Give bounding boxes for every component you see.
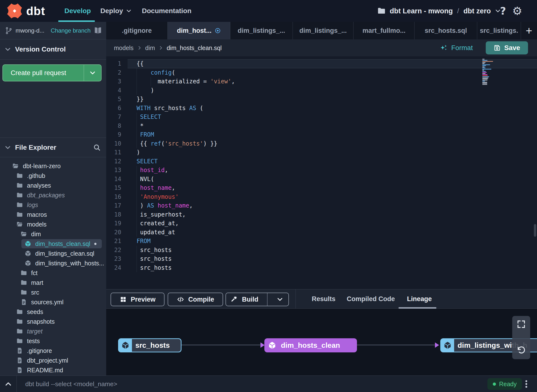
tree-item-readme.md[interactable]: README.md (0, 365, 106, 375)
code-line-8[interactable]: 8 * (106, 122, 537, 131)
editor-tab-2[interactable]: dim_host... (168, 22, 230, 39)
compile-code-icon (177, 296, 184, 303)
tree-item-dim-hosts-clean.sql[interactable]: dim_hosts_clean.sql (0, 239, 106, 249)
tree-item-target[interactable]: target (0, 326, 106, 336)
save-button[interactable]: Save (486, 41, 528, 54)
tree-item-mart[interactable]: mart (0, 278, 106, 287)
tree-item-dim-listings-with-hosts...[interactable]: dim_listings_with_hosts... (0, 258, 106, 268)
breadcrumb-dim[interactable]: dim (145, 44, 155, 52)
editor-tab-1[interactable]: .gitignore (106, 22, 168, 39)
nav-documentation[interactable]: Documentation (142, 0, 191, 22)
command-input[interactable]: dbt build --select <model_name> (25, 376, 117, 392)
tab-label: dim_host... (177, 27, 212, 35)
tree-item-src[interactable]: src (0, 287, 106, 297)
code-line-2[interactable]: 2 config( (106, 68, 537, 77)
code-line-5[interactable]: 5}} (106, 95, 537, 104)
dbt-logo-icon[interactable] (7, 3, 22, 19)
tree-item-dbt-project.yml[interactable]: dbt_project.yml (0, 356, 106, 365)
tab-lineage[interactable]: Lineage (407, 289, 432, 309)
tab-results[interactable]: Results (312, 289, 336, 309)
change-branch-link[interactable]: Change branch (51, 27, 91, 34)
lineage-node-dim_hosts_clean[interactable]: dim_hosts_clean (264, 338, 357, 352)
code-line-7[interactable]: 7 SELECT (106, 113, 537, 122)
tree-item-dbt-packages[interactable]: dbt_packages (0, 190, 106, 200)
create-pull-request-button[interactable]: Create pull request (2, 64, 102, 81)
search-icon[interactable] (93, 144, 101, 151)
editor-scrollbar[interactable] (534, 224, 536, 237)
code-line-12[interactable]: 12SELECT (106, 157, 537, 166)
nav-deploy[interactable]: Deploy (100, 0, 132, 22)
tree-item-dim-listings-clean.sql[interactable]: dim_listings_clean.sql (0, 249, 106, 258)
tree-item-sources.yml[interactable]: sources.yml (0, 297, 106, 307)
code-line-16[interactable]: 16 'Anonymous' (106, 192, 537, 201)
tree-item-snapshots[interactable]: snapshots (0, 317, 106, 326)
tree-item-dim[interactable]: dim (0, 229, 106, 239)
status-dot-icon (493, 383, 496, 386)
build-button[interactable]: Build (226, 293, 263, 306)
tree-item-fct[interactable]: fct (0, 268, 106, 278)
docs-book-icon[interactable] (94, 26, 102, 35)
breadcrumb-models[interactable]: models (114, 44, 134, 52)
code-line-4[interactable]: 4 ) (106, 86, 537, 95)
lineage-node-src_hosts[interactable]: src_hosts (118, 338, 182, 352)
minimap-line (482, 72, 487, 73)
project-switcher[interactable]: dbt Learn - mwong / dbt zero (377, 0, 501, 22)
tree-item-tests[interactable]: tests (0, 336, 106, 346)
code-line-19[interactable]: 19 created_at, (106, 219, 537, 228)
tree-item-macros[interactable]: macros (0, 210, 106, 219)
code-editor[interactable]: 1{{2 config(3 materialized = 'view',4 )5… (106, 56, 537, 289)
code-line-21[interactable]: 21FROM (106, 237, 537, 246)
minimap-line (482, 68, 485, 68)
line-number: 5 (106, 96, 128, 103)
undo-history-icon[interactable] (516, 345, 526, 355)
version-control-header[interactable]: Version Control (0, 39, 106, 60)
editor-tab-5[interactable]: mart_fullmo... (354, 22, 415, 39)
tree-item-models[interactable]: models (0, 219, 106, 229)
format-button[interactable]: Format (440, 39, 473, 56)
build-dropdown-caret[interactable] (271, 293, 288, 306)
code-line-13[interactable]: 13 host_id, (106, 166, 537, 175)
code-line-10[interactable]: 10 {{ ref('src_hosts') }} (106, 139, 537, 148)
line-number: 21 (106, 238, 128, 244)
tree-item-.github[interactable]: .github (0, 171, 106, 181)
tab-compiled-code[interactable]: Compiled Code (347, 289, 395, 309)
help-button[interactable]: ? (500, 0, 506, 22)
editor-tab-4[interactable]: dim_listings_... (293, 22, 354, 39)
code-line-6[interactable]: 6WITH src_hosts AS ( (106, 104, 537, 113)
tree-item-dbt-learn-zero[interactable]: dbt-learn-zero (0, 161, 106, 171)
tree-item-logs[interactable]: logs (0, 200, 106, 210)
pr-dropdown-caret[interactable] (84, 70, 101, 76)
editor-tab-3[interactable]: dim_listings_... (230, 22, 293, 39)
code-line-17[interactable]: 17 ) AS host_name, (106, 201, 537, 210)
code-line-15[interactable]: 15 host_name, (106, 183, 537, 192)
new-tab-button[interactable]: + (521, 22, 537, 39)
file-explorer-header[interactable]: File Explorer (0, 138, 106, 157)
fullscreen-expand-icon[interactable] (516, 319, 526, 329)
code-line-24[interactable]: 24 src_hosts (106, 263, 537, 272)
editor-minimap[interactable] (482, 59, 497, 85)
code-line-18[interactable]: 18 is_superhost, (106, 210, 537, 219)
code-line-3[interactable]: 3 materialized = 'view', (106, 77, 537, 86)
editor-tab-7[interactable]: src_listings. (477, 22, 521, 39)
code-line-1[interactable]: 1{{ (106, 59, 537, 68)
lineage-graph[interactable]: src_hostsdim_hosts_cleandim_listings_wit… (106, 309, 537, 375)
settings-gear-icon[interactable]: ⚙ (512, 0, 522, 22)
tree-item-.gitignore[interactable]: .gitignore (0, 346, 106, 356)
tree-item-label: seeds (27, 308, 43, 315)
nav-develop[interactable]: Develop (64, 0, 91, 22)
compile-button[interactable]: Compile (168, 293, 223, 306)
chevron-up-icon[interactable] (4, 380, 13, 388)
code-line-11[interactable]: 11) (106, 148, 537, 157)
code-line-20[interactable]: 20 updated_at (106, 228, 537, 237)
code-line-22[interactable]: 22 src_hosts (106, 246, 537, 255)
code-line-23[interactable]: 23 src_hosts (106, 254, 537, 263)
line-number: 3 (106, 78, 128, 85)
preview-button[interactable]: Preview (111, 293, 165, 306)
kebab-menu-icon[interactable] (521, 379, 531, 389)
editor-tab-6[interactable]: src_hosts.sql (415, 22, 477, 39)
line-number: 17 (106, 202, 128, 209)
tree-item-seeds[interactable]: seeds (0, 307, 106, 317)
code-line-14[interactable]: 14 NVL( (106, 175, 537, 184)
code-line-9[interactable]: 9 FROM (106, 130, 537, 139)
tree-item-analyses[interactable]: analyses (0, 181, 106, 190)
